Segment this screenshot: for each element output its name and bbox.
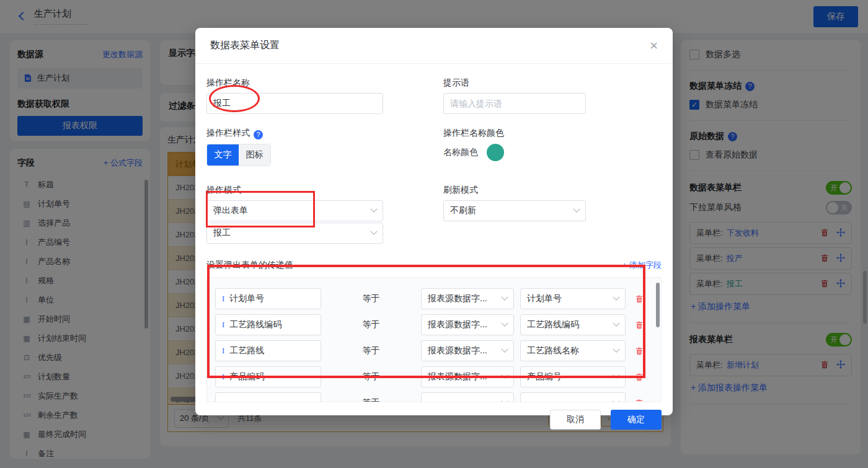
menu-settings-modal: 数据表菜单设置 × 操作栏名称 提示语 操作栏样式? 文字 图标 操作栏名 (195, 28, 673, 415)
transfer-field-name: 工艺路线 (229, 345, 264, 356)
transfer-source-select[interactable]: 报表源数据字... (421, 314, 514, 335)
chevron-down-icon (613, 372, 619, 379)
transfer-value: 工艺路线编码 (527, 319, 579, 330)
name-label: 操作栏名称 (206, 77, 383, 89)
operator-label: 等于 (321, 345, 421, 356)
transfer-field-box[interactable]: I产品编码 (215, 366, 321, 387)
transfer-row: I计划单号等于报表源数据字...计划单号 (215, 286, 661, 312)
transfer-row: 等于 (215, 390, 661, 402)
color-label: 操作栏名称颜色 (443, 128, 586, 139)
transfer-value: 计划单号 (527, 293, 562, 304)
transfer-field-name: 产品编码 (229, 371, 264, 382)
transfer-value: 工艺路线名称 (527, 345, 579, 356)
operator-label: 等于 (321, 319, 421, 330)
text-type-icon: I (222, 346, 224, 356)
style-segmented-control: 文字 图标 (206, 144, 271, 166)
refresh-label: 刷新模式 (443, 185, 586, 196)
action-name-input[interactable] (206, 93, 383, 114)
help-icon[interactable]: ? (254, 130, 263, 139)
chevron-down-icon (613, 320, 619, 327)
tip-input[interactable] (443, 93, 586, 114)
delete-row-icon[interactable] (635, 373, 644, 381)
color-name-label: 名称颜色 (443, 147, 478, 158)
mode-select[interactable]: 弹出表单 (206, 200, 383, 221)
transfer-source-select[interactable]: 报表源数据字... (421, 340, 514, 361)
transfer-value-select[interactable]: 工艺路线编码 (520, 314, 626, 335)
transfer-field-box[interactable]: I计划单号 (215, 288, 321, 309)
transfer-source-value: 报表源数据字... (428, 293, 487, 304)
mode-value: 弹出表单 (213, 205, 248, 216)
transfer-field-name: 工艺路线编码 (229, 319, 281, 330)
delete-row-icon[interactable] (635, 294, 644, 303)
transfer-value-select[interactable]: 产品编号 (520, 366, 626, 387)
text-type-icon: I (222, 320, 224, 330)
transfer-source-select[interactable]: 报表源数据字... (421, 288, 514, 309)
transfer-field-name: 计划单号 (229, 293, 264, 304)
transfer-field-box[interactable]: I工艺路线编码 (215, 314, 321, 335)
transfer-value-select[interactable]: 计划单号 (520, 288, 626, 309)
text-type-icon: I (222, 294, 224, 304)
mode-sub-select[interactable]: 报工 (206, 223, 383, 244)
tip-label: 提示语 (443, 77, 586, 89)
chevron-down-icon (501, 372, 508, 379)
transfer-field-box[interactable] (215, 392, 321, 402)
style-text-option[interactable]: 文字 (207, 144, 239, 166)
chevron-down-icon (613, 294, 619, 301)
transfer-row: I工艺路线等于报表源数据字...工艺路线名称 (215, 338, 661, 364)
transfer-value-select[interactable]: 工艺路线名称 (520, 340, 626, 361)
transfer-source-select[interactable] (421, 392, 514, 402)
add-field-link[interactable]: + 添加字段 (622, 260, 662, 271)
transfer-source-value: 报表源数据字... (428, 371, 487, 382)
chevron-down-icon (613, 346, 619, 353)
transfer-value: 产品编号 (527, 371, 562, 382)
mode-sub-value: 报工 (213, 227, 231, 239)
transfer-value-select[interactable] (520, 392, 626, 402)
transfer-field-box[interactable]: I工艺路线 (215, 340, 321, 361)
modal-title: 数据表菜单设置 (210, 39, 280, 52)
transfer-rows-container: I计划单号等于报表源数据字...计划单号I工艺路线编码等于报表源数据字...工艺… (206, 277, 662, 402)
close-icon[interactable]: × (650, 39, 658, 53)
transfer-source-value: 报表源数据字... (428, 319, 487, 330)
transfer-row: I产品编码等于报表源数据字...产品编号 (215, 364, 661, 390)
transfer-scrollbar[interactable] (656, 283, 660, 327)
delete-row-icon[interactable] (635, 347, 644, 355)
chevron-down-icon (501, 398, 508, 402)
cancel-button[interactable]: 取消 (550, 410, 601, 430)
chevron-down-icon (613, 398, 619, 402)
refresh-select[interactable]: 不刷新 (443, 200, 586, 221)
transfer-label: 设置弹出表单的传递值 (206, 260, 293, 271)
refresh-value: 不刷新 (450, 205, 476, 216)
style-icon-option[interactable]: 图标 (239, 144, 270, 166)
chevron-down-icon (370, 206, 377, 213)
chevron-down-icon (370, 228, 377, 235)
operator-label: 等于 (321, 371, 421, 382)
mode-label: 操作模式 (206, 185, 383, 196)
transfer-source-value: 报表源数据字... (428, 345, 487, 356)
operator-label: 等于 (321, 397, 421, 402)
text-type-icon: I (222, 372, 224, 382)
chevron-down-icon (501, 320, 508, 327)
chevron-down-icon (501, 346, 508, 353)
transfer-row: I工艺路线编码等于报表源数据字...工艺路线编码 (215, 312, 661, 338)
color-swatch[interactable] (487, 144, 504, 161)
operator-label: 等于 (321, 293, 421, 304)
chevron-down-icon (501, 294, 508, 301)
confirm-button[interactable]: 确定 (611, 410, 662, 430)
delete-row-icon[interactable] (635, 320, 644, 329)
style-label: 操作栏样式 (206, 128, 250, 138)
transfer-source-select[interactable]: 报表源数据字... (421, 366, 514, 387)
chevron-down-icon (573, 206, 580, 213)
delete-row-icon[interactable] (635, 399, 644, 402)
